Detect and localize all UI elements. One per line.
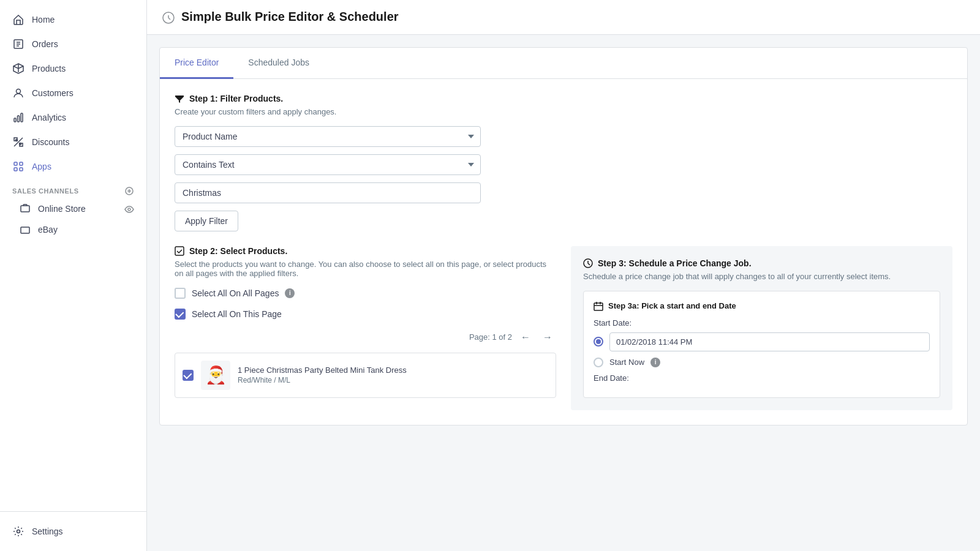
- svg-rect-7: [14, 162, 17, 165]
- analytics-icon: [12, 111, 24, 124]
- clock-icon: [583, 258, 593, 268]
- sidebar-item-analytics[interactable]: Analytics: [0, 105, 146, 130]
- eye-icon[interactable]: [124, 204, 134, 214]
- filter-by-select[interactable]: Product Name Price Collection Tag: [175, 126, 481, 147]
- tab-scheduled-jobs[interactable]: Scheduled Jobs: [233, 48, 324, 79]
- customers-icon: [12, 87, 24, 99]
- date-radio-button[interactable]: [594, 337, 603, 347]
- online-store-icon: [20, 203, 31, 214]
- select-all-page-label[interactable]: Select All On This Page: [192, 309, 282, 319]
- svg-rect-12: [21, 206, 29, 212]
- products-icon: [12, 62, 24, 75]
- svg-rect-17: [175, 247, 184, 255]
- settings-icon: [12, 525, 24, 538]
- checkbox-step-icon: [175, 246, 184, 256]
- sidebar-item-home[interactable]: Home: [0, 7, 146, 32]
- sidebar-nav: Home Orders Products: [0, 0, 146, 511]
- channel-label: eBay: [38, 225, 58, 234]
- apply-filter-button[interactable]: Apply Filter: [175, 211, 238, 231]
- filter-value-input[interactable]: [175, 182, 481, 203]
- start-now-label: Start Now: [609, 358, 644, 367]
- svg-rect-3: [18, 116, 20, 122]
- step3a-title: Step 3a: Pick a start and end Date: [594, 301, 930, 311]
- svg-point-13: [128, 208, 130, 211]
- select-all-pages-checkbox[interactable]: [175, 288, 186, 299]
- svg-rect-2: [14, 118, 16, 122]
- start-date-radio-row: [594, 332, 930, 351]
- select-all-page-checkbox[interactable]: [175, 309, 186, 320]
- sales-channels-section: SALES CHANNELS: [0, 179, 146, 198]
- product-info: 1 Piece Christmas Party Belted Mini Tank…: [238, 365, 548, 384]
- product-variant: Red/White / M/L: [238, 376, 548, 384]
- sidebar-item-label: Analytics: [32, 113, 66, 122]
- sidebar-item-online-store[interactable]: Online Store: [0, 198, 146, 219]
- discounts-icon: [12, 136, 24, 148]
- steps-two-col: Step 2: Select Products. Select the prod…: [175, 246, 952, 410]
- filter-icon: [175, 94, 184, 103]
- step1-desc: Create your custom filters and apply cha…: [175, 107, 952, 116]
- sidebar-item-label: Home: [32, 15, 55, 24]
- tab-bar: Price Editor Scheduled Jobs: [160, 48, 967, 79]
- step2-desc: Select the products you want to change. …: [175, 260, 556, 278]
- svg-rect-4: [21, 113, 23, 122]
- select-all-page-row: Select All On This Page: [175, 309, 556, 320]
- start-date-label: Start Date:: [594, 318, 930, 328]
- svg-point-15: [17, 530, 20, 533]
- settings-label: Settings: [32, 527, 63, 536]
- channel-label: Online Store: [38, 204, 86, 214]
- sidebar-item-label: Apps: [32, 162, 51, 171]
- prev-page-button[interactable]: ←: [517, 329, 534, 345]
- start-date-input[interactable]: [609, 332, 930, 351]
- svg-point-1: [17, 89, 21, 94]
- sidebar-item-orders[interactable]: Orders: [0, 32, 146, 56]
- select-all-pages-info-icon: i: [285, 288, 295, 298]
- product-checkbox[interactable]: [183, 370, 194, 381]
- main-card: Price Editor Scheduled Jobs Step 1: Filt…: [159, 47, 968, 425]
- start-now-radio-button[interactable]: [594, 358, 603, 367]
- sidebar-item-ebay[interactable]: eBay: [0, 219, 146, 240]
- product-image: 🎅: [201, 361, 230, 390]
- step2-header: Step 2: Select Products.: [175, 246, 556, 256]
- start-now-info-icon: i: [650, 358, 660, 367]
- sidebar-bottom: Settings: [0, 511, 146, 551]
- sidebar-item-products[interactable]: Products: [0, 56, 146, 81]
- select-all-pages-label[interactable]: Select All On All Pages: [192, 288, 279, 298]
- filter-controls: Product Name Price Collection Tag Contai…: [175, 126, 481, 231]
- page-title: Simple Bulk Price Editor & Scheduler: [181, 10, 399, 24]
- sidebar-item-settings[interactable]: Settings: [0, 519, 146, 544]
- sidebar-item-label: Discounts: [32, 137, 69, 147]
- svg-rect-14: [21, 227, 29, 233]
- sidebar-item-label: Products: [32, 64, 66, 73]
- svg-rect-8: [20, 162, 23, 165]
- sidebar-item-discounts[interactable]: Discounts: [0, 130, 146, 154]
- next-page-button[interactable]: →: [539, 329, 556, 345]
- ebay-icon: [20, 224, 31, 235]
- step1-header: Step 1: Filter Products.: [175, 94, 952, 103]
- select-all-pages-row: Select All On All Pages i: [175, 288, 556, 299]
- page-info: Page: 1 of 2: [469, 332, 512, 342]
- tab-content: Step 1: Filter Products. Create your cus…: [160, 79, 967, 425]
- home-icon: [12, 13, 24, 26]
- calendar-icon: [594, 301, 603, 311]
- sidebar-item-label: Orders: [32, 39, 58, 49]
- sidebar-item-apps[interactable]: Apps: [0, 154, 146, 179]
- sidebar: Home Orders Products: [0, 0, 147, 551]
- step1-section: Step 1: Filter Products. Create your cus…: [175, 94, 952, 231]
- step3a-box: Step 3a: Pick a start and end Date Start…: [583, 291, 940, 398]
- step3-section: Step 3: Schedule a Price Change Job. Sch…: [571, 246, 952, 410]
- step3-header: Step 3: Schedule a Price Change Job.: [583, 258, 940, 268]
- end-date-label: End Date:: [594, 373, 930, 383]
- step2-section: Step 2: Select Products. Select the prod…: [175, 246, 556, 410]
- product-row: 🎅 1 Piece Christmas Party Belted Mini Ta…: [175, 353, 556, 398]
- product-name: 1 Piece Christmas Party Belted Mini Tank…: [238, 365, 548, 375]
- filter-condition-select[interactable]: Contains Text Does Not Contain Is Equal …: [175, 154, 481, 175]
- svg-rect-10: [20, 168, 23, 171]
- sidebar-item-customers[interactable]: Customers: [0, 81, 146, 105]
- add-channel-icon[interactable]: [124, 186, 134, 196]
- apps-icon: [12, 160, 24, 173]
- orders-icon: [12, 38, 24, 50]
- pagination: Page: 1 of 2 ← →: [175, 329, 556, 345]
- sidebar-item-label: Customers: [32, 88, 74, 98]
- start-now-radio-row: Start Now i: [594, 358, 930, 367]
- tab-price-editor[interactable]: Price Editor: [160, 48, 233, 79]
